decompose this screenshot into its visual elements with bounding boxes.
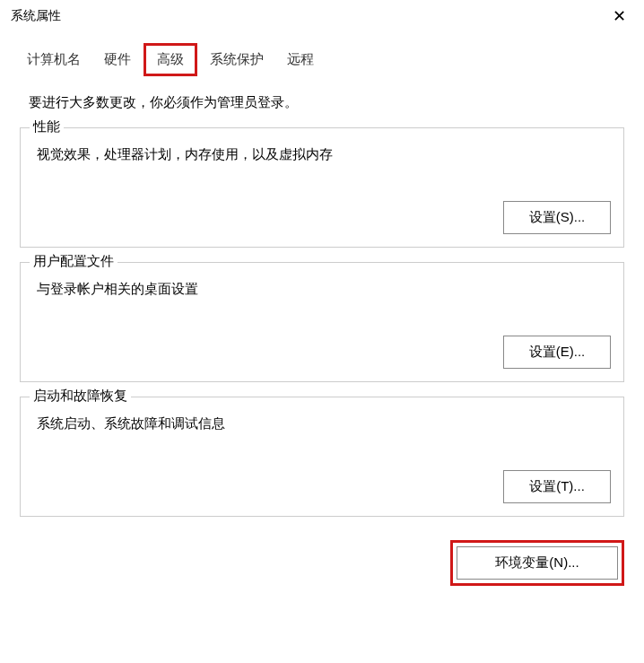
- user-profiles-settings-button[interactable]: 设置(E)...: [503, 336, 611, 369]
- env-button-row: 环境变量(N)...: [0, 531, 644, 586]
- group-user-profiles-desc: 与登录帐户相关的桌面设置: [33, 277, 611, 298]
- intro-text: 要进行大多数更改，你必须作为管理员登录。: [20, 94, 624, 111]
- tab-computer-name[interactable]: 计算机名: [16, 44, 91, 75]
- group-user-profiles-button-row: 设置(E)...: [33, 336, 611, 369]
- group-performance: 性能 视觉效果，处理器计划，内存使用，以及虚拟内存 设置(S)...: [20, 127, 624, 248]
- tab-remote[interactable]: 远程: [276, 44, 325, 75]
- tab-advanced[interactable]: 高级: [144, 43, 197, 76]
- group-performance-button-row: 设置(S)...: [33, 201, 611, 234]
- group-startup-recovery: 启动和故障恢复 系统启动、系统故障和调试信息 设置(T)...: [20, 397, 624, 517]
- group-performance-desc: 视觉效果，处理器计划，内存使用，以及虚拟内存: [33, 143, 611, 163]
- content-area: 要进行大多数更改，你必须作为管理员登录。 性能 视觉效果，处理器计划，内存使用，…: [0, 76, 644, 517]
- group-user-profiles-title: 用户配置文件: [30, 253, 117, 270]
- startup-recovery-settings-button[interactable]: 设置(T)...: [503, 470, 611, 503]
- tab-hardware[interactable]: 硬件: [93, 44, 142, 75]
- performance-settings-button[interactable]: 设置(S)...: [503, 201, 611, 234]
- tab-system-protection[interactable]: 系统保护: [199, 44, 274, 75]
- group-startup-recovery-title: 启动和故障恢复: [30, 388, 131, 405]
- group-startup-recovery-button-row: 设置(T)...: [33, 470, 611, 503]
- close-icon[interactable]: ✕: [605, 6, 633, 26]
- env-button-highlight: 环境变量(N)...: [450, 540, 624, 586]
- environment-variables-button[interactable]: 环境变量(N)...: [457, 546, 618, 580]
- window-title: 系统属性: [11, 8, 61, 24]
- group-user-profiles: 用户配置文件 与登录帐户相关的桌面设置 设置(E)...: [20, 262, 624, 382]
- titlebar: 系统属性 ✕: [0, 0, 644, 32]
- tab-bar: 计算机名 硬件 高级 系统保护 远程: [0, 32, 644, 76]
- group-startup-recovery-desc: 系统启动、系统故障和调试信息: [33, 412, 611, 432]
- group-performance-title: 性能: [30, 118, 64, 135]
